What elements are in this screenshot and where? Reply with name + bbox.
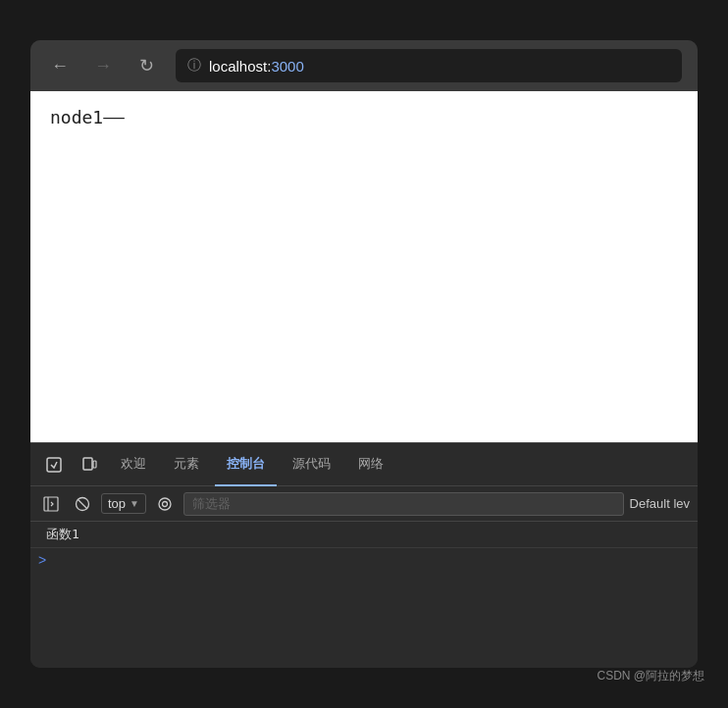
tab-console[interactable]: 控制台 (215, 443, 277, 486)
sidebar-toggle-btn[interactable] (38, 491, 64, 517)
tab-elements[interactable]: 元素 (162, 443, 211, 486)
address-port: 3000 (271, 58, 303, 75)
devtools-tabs: 欢迎 元素 控制台 源代码 网络 (30, 443, 698, 486)
tab-sources-label: 源代码 (292, 455, 331, 473)
tab-welcome-label: 欢迎 (121, 455, 146, 473)
log-level-label: Default lev (630, 496, 690, 511)
tab-elements-label: 元素 (174, 455, 199, 473)
log-level-dropdown[interactable]: Default lev (630, 496, 690, 511)
info-icon: ⓘ (187, 57, 201, 75)
address-bar[interactable]: ⓘ localhost:3000 (176, 49, 682, 82)
address-host: localhost (209, 58, 267, 75)
svg-rect-3 (44, 497, 58, 511)
svg-line-6 (78, 499, 87, 509)
console-log-text: 函数1 (46, 527, 79, 541)
tab-welcome[interactable]: 欢迎 (109, 443, 158, 486)
tab-sources[interactable]: 源代码 (281, 443, 342, 486)
browser-toolbar: ← → ↻ ⓘ localhost:3000 (30, 40, 698, 91)
console-output: 函数1 > (30, 522, 698, 668)
address-text: localhost:3000 (209, 58, 304, 75)
tab-console-label: 控制台 (227, 455, 265, 473)
filter-input[interactable]: 筛选器 (183, 492, 624, 516)
console-log-row: 函数1 (30, 522, 698, 548)
dropdown-arrow-icon: ▼ (130, 498, 139, 509)
refresh-button[interactable]: ↻ (132, 52, 160, 79)
context-dropdown-label: top (108, 496, 126, 511)
svg-point-7 (159, 498, 171, 510)
forward-icon: → (94, 56, 112, 76)
device-icon-btn[interactable] (74, 449, 105, 480)
back-icon: ← (51, 56, 69, 76)
watermark: CSDN @阿拉的梦想 (597, 668, 704, 684)
console-prompt-row[interactable]: > (30, 548, 698, 572)
browser-window: ← → ↻ ⓘ localhost:3000 node1—— (30, 40, 698, 668)
svg-rect-2 (93, 461, 96, 468)
tab-network-label: 网络 (358, 455, 384, 473)
inspect-icon-btn[interactable] (38, 449, 70, 480)
page-content: node1—— (30, 91, 698, 442)
forward-button[interactable]: → (89, 52, 117, 79)
svg-rect-1 (83, 458, 92, 470)
tab-network[interactable]: 网络 (346, 443, 395, 486)
context-dropdown[interactable]: top ▼ (101, 493, 146, 514)
devtools-panel: 欢迎 元素 控制台 源代码 网络 (30, 442, 698, 668)
clear-console-btn[interactable] (70, 491, 95, 517)
svg-rect-0 (47, 458, 61, 472)
filter-placeholder: 筛选器 (192, 495, 231, 513)
console-prompt-icon: > (38, 552, 46, 568)
page-main-text: node1—— (50, 107, 678, 127)
back-button[interactable]: ← (46, 52, 74, 79)
live-expressions-btn[interactable] (152, 491, 178, 517)
svg-point-8 (162, 501, 167, 506)
console-toolbar: top ▼ 筛选器 Default lev (30, 486, 698, 522)
refresh-icon: ↻ (139, 55, 154, 76)
